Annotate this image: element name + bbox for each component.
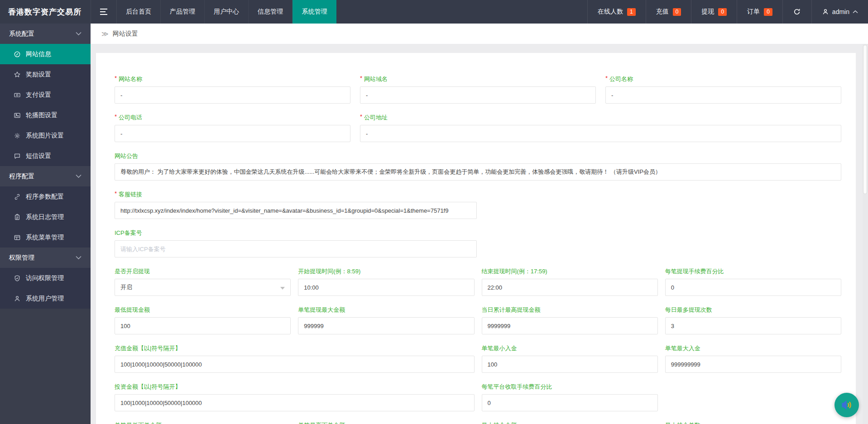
- nav-item-info[interactable]: 信息管理: [249, 0, 293, 24]
- sidebar-item-sms-settings[interactable]: 短信设置: [0, 146, 91, 166]
- field-label: *公司电话: [115, 114, 350, 121]
- min-withdraw-amount-input[interactable]: [115, 317, 291, 334]
- field-platform-fee-percent: 每笔平台收取手续费百分比: [482, 383, 658, 411]
- site-announcement-input[interactable]: [115, 163, 841, 181]
- sidebar-section-program-config[interactable]: 程序配置: [0, 166, 91, 186]
- recharge-badge: 0: [673, 8, 681, 16]
- shield-icon: [14, 275, 21, 282]
- field-withdraw-start-time: 开始提现时间(例：8:59): [298, 268, 474, 296]
- main-content: ≫ 网站设置 *网站名称 *网站域名 *公司名称 *公司电话: [91, 24, 868, 424]
- field-max-single-deposit: 单笔最大入金: [665, 345, 841, 373]
- sidebar-item-system-menus[interactable]: 系统菜单管理: [0, 227, 91, 248]
- sidebar-item-system-images[interactable]: 系统图片设置: [0, 125, 91, 146]
- withdraw-start-time-input[interactable]: [298, 279, 474, 296]
- sidebar-item-label: 奖励设置: [26, 71, 51, 79]
- sidebar-item-carousel-settings[interactable]: 轮播图设置: [0, 105, 91, 125]
- sidebar-item-label: 轮播图设置: [26, 111, 58, 119]
- company-address-input[interactable]: [360, 125, 841, 142]
- max-daily-withdraw-count-input[interactable]: [665, 317, 841, 334]
- field-withdraw-fee-percent: 每笔提现手续费百分比: [665, 268, 841, 296]
- sidebar-item-access-permission[interactable]: 访问权限管理: [0, 268, 91, 288]
- required-asterisk: *: [360, 75, 362, 81]
- withdraw-enabled-select[interactable]: 开启: [115, 279, 291, 296]
- chevron-down-icon: [76, 32, 82, 36]
- field-recharge-amounts: 充值金额【以|符号隔开】: [115, 345, 475, 373]
- field-invest-amounts: 投资金额【以|符号隔开】: [115, 383, 475, 411]
- sidebar-item-label: 系统菜单管理: [26, 233, 64, 242]
- sidebar-item-label: 程序参数配置: [26, 193, 64, 201]
- sidebar-toggle-button[interactable]: [91, 0, 117, 24]
- topbar-right: 在线人数 1 充值 0 提现 0 订单 0: [587, 0, 868, 24]
- field-site-announcement: 网站公告: [115, 152, 841, 181]
- company-phone-input[interactable]: [115, 125, 350, 142]
- company-name-input[interactable]: [605, 86, 841, 104]
- sidebar-item-payment-settings[interactable]: 支付设置: [0, 85, 91, 105]
- min-single-deposit-input[interactable]: [482, 356, 658, 373]
- field-max-position-amount: 最大持仓金额: [482, 422, 658, 424]
- sidebar: 系统配置 网站信息 奖励设置 支付设置 轮播图设置 系统图片设置: [0, 24, 91, 424]
- field-label: 充值金额【以|符号隔开】: [115, 345, 475, 352]
- recharge-label: 充值: [656, 8, 669, 16]
- section-title: 权限管理: [9, 254, 34, 262]
- field-label: 单笔最小入金: [482, 345, 658, 352]
- field-label: 单笔最高下单金额: [298, 422, 474, 424]
- audio-announcement-button[interactable]: [834, 393, 859, 417]
- field-label: *客服链接: [115, 191, 477, 198]
- field-label: 最大持仓金额: [482, 422, 658, 424]
- withdraw-stat[interactable]: 提现 0: [691, 0, 737, 24]
- sidebar-item-label: 系统用户管理: [26, 295, 64, 303]
- online-users-label: 在线人数: [598, 8, 623, 16]
- sidebar-item-system-users[interactable]: 系统用户管理: [0, 288, 91, 309]
- nav-item-products[interactable]: 产品管理: [161, 0, 205, 24]
- user-icon: [14, 295, 21, 302]
- admin-menu[interactable]: admin: [811, 0, 868, 24]
- section-title: 系统配置: [9, 30, 34, 38]
- max-daily-withdraw-input[interactable]: [482, 317, 658, 334]
- icp-number-input[interactable]: [115, 240, 477, 257]
- sidebar-item-program-params[interactable]: 程序参数配置: [0, 186, 91, 207]
- sidebar-item-label: 系统图片设置: [26, 132, 64, 140]
- withdraw-end-time-input[interactable]: [482, 279, 658, 296]
- nav-item-system[interactable]: 系统管理: [293, 0, 336, 24]
- field-company-address: *公司地址: [360, 114, 841, 142]
- field-company-phone: *公司电话: [115, 114, 350, 142]
- sidebar-item-system-logs[interactable]: 系统日志管理: [0, 207, 91, 227]
- app-logo: 香港数字资产交易所: [0, 0, 91, 24]
- field-label: 每日最多提现次数: [665, 306, 841, 314]
- site-domain-input[interactable]: [360, 86, 596, 104]
- field-label: 单笔最低下单金额: [115, 422, 291, 424]
- topbar: 香港数字资产交易所 后台首页 产品管理 用户中心 信息管理 系统管理 在线人数 …: [0, 0, 868, 24]
- platform-fee-percent-input[interactable]: [482, 394, 658, 411]
- required-asterisk: *: [115, 75, 117, 81]
- invest-amounts-input[interactable]: [115, 394, 475, 411]
- sidebar-item-site-info[interactable]: 网站信息: [0, 44, 91, 64]
- sidebar-item-reward-settings[interactable]: 奖励设置: [0, 64, 91, 85]
- field-label: 最低提现金额: [115, 306, 291, 314]
- nav-item-home[interactable]: 后台首页: [117, 0, 161, 24]
- online-users-stat[interactable]: 在线人数 1: [587, 0, 646, 24]
- field-label: 每笔平台收取手续费百分比: [482, 383, 658, 391]
- field-withdraw-enabled: 是否开启提现 开启: [115, 268, 291, 296]
- page-title: 网站设置: [113, 30, 138, 38]
- refresh-button[interactable]: [782, 0, 811, 24]
- sidebar-section-system-config[interactable]: 系统配置: [0, 24, 91, 44]
- gear-icon: [14, 132, 21, 139]
- field-label: 最大持仓单数: [665, 422, 841, 424]
- withdraw-fee-percent-input[interactable]: [665, 279, 841, 296]
- sidebar-section-permission[interactable]: 权限管理: [0, 248, 91, 268]
- select-value: 开启: [120, 283, 132, 291]
- orders-stat[interactable]: 订单 0: [737, 0, 782, 24]
- site-name-input[interactable]: [115, 86, 350, 104]
- service-link-input[interactable]: [115, 202, 477, 219]
- field-label: 单笔提现最大金额: [298, 306, 474, 314]
- recharge-stat[interactable]: 充值 0: [646, 0, 691, 24]
- nav-item-users[interactable]: 用户中心: [205, 0, 249, 24]
- max-single-withdraw-input[interactable]: [298, 317, 474, 334]
- recharge-amounts-input[interactable]: [115, 356, 475, 373]
- chevron-up-icon: [853, 10, 858, 14]
- sidebar-item-label: 短信设置: [26, 152, 51, 160]
- field-label: *网站名称: [115, 76, 350, 83]
- max-single-deposit-input[interactable]: [665, 356, 841, 373]
- scrollbar-thumb[interactable]: [863, 45, 867, 194]
- caret-down-icon: [280, 287, 285, 290]
